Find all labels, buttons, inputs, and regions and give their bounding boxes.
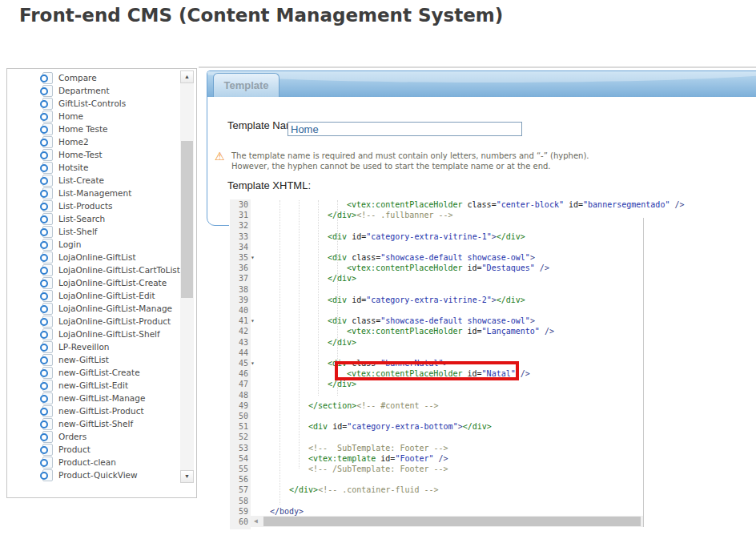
- code-line[interactable]: 37</div>: [229, 273, 756, 284]
- code-line[interactable]: 38: [229, 284, 756, 295]
- tree-item-product-clean[interactable]: Product-clean: [7, 456, 179, 469]
- code-line[interactable]: 54<vtex:template id="Footer" />: [229, 453, 756, 464]
- tree-scrollbar[interactable]: ▲ ▼: [180, 70, 194, 483]
- code-line[interactable]: 40: [229, 305, 756, 316]
- tree-item-lojaonline-giftlist-edit[interactable]: LojaOnline-GiftList-Edit: [7, 289, 179, 302]
- tree-item-compare[interactable]: Compare: [7, 71, 179, 84]
- code-line[interactable]: 51<div id="category-extra-bottom"></div>: [229, 421, 756, 432]
- tree-item-home2[interactable]: Home2: [7, 135, 179, 148]
- tree-item-new-giftlist-create[interactable]: new-GiftList-Create: [7, 366, 179, 379]
- scroll-down-button[interactable]: ▼: [180, 470, 194, 483]
- scroll-up-button[interactable]: ▲: [180, 70, 194, 83]
- code-line[interactable]: 55<!-- /SubTemplate: Footer -->: [229, 464, 756, 474]
- tree-item-list-shelf[interactable]: List-Shelf: [7, 225, 179, 238]
- tree-item-lojaonline-giftlist-product[interactable]: LojaOnline-GiftList-Product: [7, 315, 179, 328]
- code-line[interactable]: 30<vtex:contentPlaceHolder class="center…: [229, 199, 756, 210]
- tree-item-giftlist-controls[interactable]: GiftList-Controls: [7, 97, 179, 110]
- code-line[interactable]: 48: [229, 390, 756, 400]
- code-line[interactable]: 44: [229, 348, 756, 358]
- tree-item-list-management[interactable]: List-Management: [7, 187, 179, 199]
- code-line[interactable]: 41▾<div class="showcase-default showcase…: [229, 316, 756, 326]
- tree-item-list-create[interactable]: List-Create: [7, 174, 179, 187]
- code-line[interactable]: 39<div id="category-extra-vitrine-2"></d…: [229, 295, 756, 305]
- tree-item-new-giftlist-shelf[interactable]: new-GiftList-Shelf: [7, 417, 179, 430]
- line-number: 50: [230, 411, 248, 421]
- tree-item-label: GiftList-Controls: [58, 99, 126, 108]
- line-number: 60: [230, 517, 248, 527]
- template-page-icon: [42, 239, 53, 251]
- code-line[interactable]: 32: [229, 220, 756, 231]
- tree-item-lojaonline-giftlist-shelf[interactable]: LojaOnline-GiftList-Shelf: [7, 328, 179, 340]
- tree-item-label: Home: [58, 111, 83, 121]
- code-line[interactable]: 60: [229, 517, 756, 527]
- fold-arrow-icon[interactable]: ▾: [251, 358, 255, 368]
- code-text: </section><!-- #content -->: [260, 400, 439, 411]
- tree-item-department[interactable]: Department: [7, 84, 179, 97]
- template-page-icon: [42, 226, 53, 238]
- code-line[interactable]: 50: [229, 411, 756, 421]
- tree-item-label: Home-Test: [58, 150, 103, 159]
- tree-item-list-search[interactable]: List-Search: [7, 212, 179, 225]
- tree-scrollbar-thumb[interactable]: [181, 141, 193, 298]
- code-line[interactable]: 43</div>: [229, 337, 756, 348]
- code-line[interactable]: 52: [229, 432, 756, 442]
- code-line[interactable]: 57</div><!-- .container-fluid -->: [229, 485, 756, 495]
- line-number: 59: [230, 506, 248, 517]
- tab-template[interactable]: Template: [213, 73, 279, 97]
- tree-item-lojaonline-giftlist-create[interactable]: LojaOnline-GiftList-Create: [7, 276, 179, 289]
- tree-item-home teste[interactable]: Home Teste: [7, 123, 179, 135]
- tree-item-label: Orders: [58, 432, 86, 441]
- code-line[interactable]: 59</body>: [229, 506, 756, 517]
- fold-arrow-icon[interactable]: ▾: [251, 316, 255, 326]
- tree-item-lojaonline-giftlist[interactable]: LojaOnline-GiftList: [7, 251, 179, 263]
- tree-item-new-giftlist-edit[interactable]: new-GiftList-Edit: [7, 379, 179, 392]
- tab-bar: [207, 71, 756, 97]
- line-number: 32: [230, 220, 248, 231]
- code-line[interactable]: 42<vtex:contentPlaceHolder id="Lançament…: [229, 326, 756, 336]
- top-divider: [199, 66, 756, 68]
- line-number: 54: [230, 453, 248, 464]
- code-line[interactable]: 36<vtex:contentPlaceHolder id="Destaques…: [229, 263, 756, 273]
- template-page-icon: [42, 136, 53, 148]
- tree-item-new-giftlist[interactable]: new-GiftList: [7, 353, 179, 366]
- code-line[interactable]: 31</div><!-- .fullbanner -->: [229, 210, 756, 220]
- tree-item-hotsite[interactable]: Hotsite: [7, 161, 179, 174]
- code-text: </div>: [260, 379, 356, 389]
- code-text: </div><!-- .fullbanner -->: [260, 210, 453, 220]
- arrow-down-icon: ▼: [184, 473, 190, 479]
- line-number: 51: [230, 421, 248, 432]
- tree-item-new-giftlist-product[interactable]: new-GiftList-Product: [7, 404, 179, 417]
- tree-item-product[interactable]: Product: [7, 443, 179, 456]
- code-line[interactable]: 53<!-- SubTemplate: Footer -->: [229, 443, 756, 453]
- tree-item-new-giftlist-manage[interactable]: new-GiftList-Manage: [7, 392, 179, 404]
- tree-item-label: List-Management: [58, 188, 131, 198]
- code-text: <vtex:contentPlaceHolder id="Lançamento"…: [260, 326, 554, 336]
- arrow-up-icon: ▲: [184, 74, 190, 79]
- tree-item-lojaonline-giftlist-manage[interactable]: LojaOnline-GiftList-Manage: [7, 302, 179, 315]
- tree-item-login[interactable]: Login: [7, 238, 179, 251]
- code-line[interactable]: 56: [229, 474, 756, 485]
- template-page-icon: [42, 175, 53, 187]
- template-page-icon: [42, 200, 53, 212]
- tree-item-lp-reveillon[interactable]: LP-Reveillon: [7, 340, 179, 353]
- code-line[interactable]: 47</div>: [229, 379, 756, 389]
- code-line[interactable]: 33<div id="category-extra-vitrine-1"></d…: [229, 231, 756, 242]
- line-number: 53: [230, 443, 248, 453]
- tree-item-lojaonline-giftlist-carttolist[interactable]: LojaOnline-GiftList-CartToList: [7, 263, 179, 276]
- tree-item-orders[interactable]: Orders: [7, 430, 179, 443]
- code-line[interactable]: 58: [229, 496, 756, 506]
- line-number: 43: [230, 337, 248, 348]
- code-editor[interactable]: 30<vtex:contentPlaceHolder class="center…: [229, 197, 756, 530]
- template-name-input[interactable]: [288, 122, 522, 136]
- tree-item-product-quickview[interactable]: Product-QuickView: [7, 469, 179, 481]
- tree-item-label: Compare: [58, 73, 97, 82]
- code-line[interactable]: 35▾<div class="showcase-default showcase…: [229, 252, 756, 263]
- tree-item-home-test[interactable]: Home-Test: [7, 148, 179, 161]
- line-number: 38: [230, 284, 248, 295]
- fold-arrow-icon[interactable]: ▾: [251, 252, 255, 263]
- code-text: <vtex:contentPlaceHolder class="center-b…: [260, 199, 685, 210]
- code-line[interactable]: 34: [229, 242, 756, 252]
- tree-item-home[interactable]: Home: [7, 110, 179, 123]
- tree-item-list-products[interactable]: List-Products: [7, 199, 179, 212]
- code-line[interactable]: 49</section><!-- #content -->: [229, 400, 756, 411]
